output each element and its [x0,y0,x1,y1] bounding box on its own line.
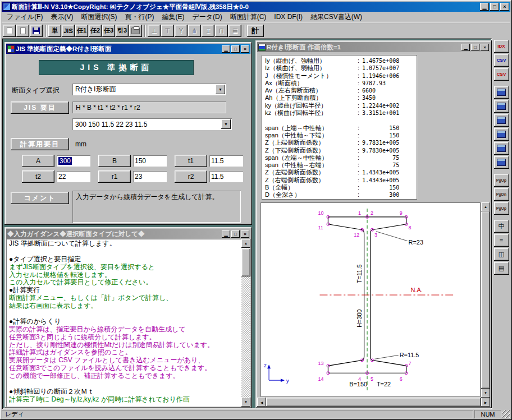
scroll-thumb[interactable] [266,398,481,407]
result-row: B（全幅）: 150 [265,184,417,191]
toolbar-separator [45,25,47,37]
calc-tool-button-5[interactable] [494,142,509,155]
menu-section-select[interactable]: 断面選択(S) [77,11,121,23]
field-input-r1[interactable]: 23 [133,171,167,182]
scroll-down-icon[interactable]: ▼ [241,398,250,407]
section-arbitrary3-button[interactable]: 任3 [102,25,115,37]
scroll-thumb[interactable] [241,248,250,276]
page-up2-button[interactable]: PgUp [494,202,509,215]
scroll-thumb[interactable] [481,211,490,389]
svg-text:5: 5 [371,376,373,382]
tool-disabled-6: ⊓ [215,25,228,37]
comment-text: 入力データから線積分データを生成して計算。 [72,191,241,223]
minimize-button[interactable]: ▁ [480,3,489,11]
menu-bar: ファイル(F) 表示(V) 断面選択(S) 頁・行(P) 編集(E) データ(D… [2,12,510,22]
guidance-close-button[interactable]: × [241,230,249,238]
print-icon [131,27,140,34]
chevron-down-icon[interactable]: ▼ [216,85,225,94]
result-close-button[interactable]: × [481,44,489,51]
calc-tool-button-6[interactable] [494,156,509,169]
guidance-minimize-button[interactable]: ▁ [222,230,230,238]
tool-button-2[interactable]: ≡ [494,234,509,247]
result-minimize-button[interactable]: ▁ [461,44,470,51]
field-input-B[interactable]: 150 [133,155,167,167]
chevron-down-icon[interactable]: ▼ [221,119,231,129]
csv-write-button[interactable]: CSV [494,68,509,81]
jis-maximize-button[interactable]: □ [231,45,240,53]
field-input-t1[interactable]: 11.5 [209,155,243,167]
resize-grip[interactable] [502,410,510,418]
page-down-button[interactable]: PgDn [494,188,509,201]
section-arbitrary1-button[interactable]: 任1 [75,25,88,37]
calc-tool-button-1[interactable] [494,86,509,99]
scroll-up-icon[interactable]: ▲ [241,239,250,248]
section-type-label: 断面タイプ選択 [12,86,60,95]
tool-button-4[interactable]: ▤ [494,262,509,275]
maximize-button[interactable]: □ [490,3,499,11]
center-tool-button[interactable]: 中 [494,220,509,233]
scroll-up-icon[interactable]: ▲ [481,202,490,211]
guidance-window-titlebar[interactable]: ◆入力ガイダンス◆選択断面タイプに対して◆ ▁ □ × [6,229,250,239]
save-button[interactable] [30,25,43,37]
svg-text:13: 13 [318,361,324,366]
idx-button[interactable]: IDX [494,40,509,53]
jis-window-titlebar[interactable]: JIS 準拠断面定義◆R付きⅠ形断面 ▁ □ × [6,44,250,54]
drawing-horizontal-scrollbar[interactable]: ◀ ▶ [257,398,490,407]
tool-button-3[interactable]: ◫ [494,248,509,261]
close-button[interactable]: × [500,3,509,11]
menu-edit[interactable]: 編集(E) [158,11,188,23]
scroll-down-icon[interactable]: ▼ [481,389,490,398]
guidance-maximize-button[interactable]: □ [231,230,240,238]
calc-items-button[interactable]: 計算用要目 [11,138,69,150]
tool-disabled-2: ⊤ [161,25,174,37]
menu-page-row[interactable]: 頁・行(P) [121,11,158,23]
guidance-window: ◆入力ガイダンス◆選択断面タイプに対して◆ ▁ □ × JIS 準拠断面について… [4,227,252,408]
jis-close-button[interactable]: × [241,45,249,53]
result-window-titlebar[interactable]: R付きⅠ形断面 作画倍数=1 ▁ □ × [257,42,490,52]
section-arbitrary2-button[interactable]: 任2 [89,25,102,37]
menu-file[interactable]: ファイル(F) [3,11,47,23]
section-type-combobox[interactable]: R付きⅠ形断面 ▼ [72,84,226,95]
page-up-button[interactable]: PgUp [494,174,509,187]
comment-button[interactable]: コメント [11,192,69,204]
menu-view[interactable]: 表示(V) [47,11,77,23]
guidance-scrollbar[interactable]: ▲ ▼ [241,239,250,407]
result-row: Ax（断面積）:9787.93 [265,80,417,87]
scroll-right-icon[interactable]: ▶ [481,398,490,407]
app-title: 断面計算Ⅲ-N V3.10★CopyRight: ㈱テクノオブジェ★平面骨組Ⅳ版… [12,3,479,11]
section-extra-button[interactable]: 引3 [116,25,129,37]
scroll-left-icon[interactable]: ◀ [257,398,266,407]
calc-tool-button-3[interactable] [494,114,509,127]
csv-read-button[interactable]: CSV [494,54,509,67]
menu-section-calc[interactable]: 断面計算(C) [226,11,271,23]
jis-spec-combobox[interactable]: 300 150 11.5 22 23 11.5 ▼ [72,118,232,130]
selected-text: 300 [58,157,72,165]
section-table-icon [7,45,15,53]
jis-minimize-button[interactable]: ▁ [222,45,230,53]
result-row: Iy（縦曲げ、強軸用）:1.4675e+008 [265,57,417,64]
section-single-button[interactable]: 単 [48,25,61,37]
guidance-line: 計算完了時に Deg～Iy,Iz,ky,kz が同時に計算されており作画 [9,396,240,404]
guidance-line: ただし、捩り剛性関連の極慣性Mtだけは別途簡易計算しています。 [9,341,240,349]
result-row: Av（左右剪断面積）:6600 [265,87,417,94]
calculate-button[interactable]: 計 [247,25,264,37]
new-file-button[interactable] [3,25,16,37]
result-maximize-button[interactable]: □ [471,44,479,51]
calc-tool-button-2[interactable] [494,100,509,113]
field-input-A[interactable]: 300 [57,155,90,167]
menu-csv-write[interactable]: 結果CSV書込(W) [307,11,366,23]
calculator-icon [497,89,506,96]
menu-idx-df[interactable]: IDX DF(I) [270,12,307,22]
guidance-line: 任意断面3でこのファイルを読み込んで計算することもできます。 [9,364,240,372]
open-file-button[interactable] [16,25,29,37]
section-jis-button[interactable]: JIS [62,25,75,37]
jis-spec-button[interactable]: JIS 要目 [11,101,69,114]
calc-tool-button-4[interactable] [494,128,509,141]
result-row: Z（上端側断面係数）:9.7831e+005 [265,139,417,146]
field-input-r2[interactable]: 11.5 [209,171,243,182]
drawing-vertical-scrollbar[interactable]: ▲ ▼ [481,202,490,398]
print-button[interactable] [129,25,142,37]
menu-data[interactable]: データ(D) [188,11,226,23]
toolbar-separator [244,25,245,37]
field-input-t2[interactable]: 22 [57,171,90,182]
